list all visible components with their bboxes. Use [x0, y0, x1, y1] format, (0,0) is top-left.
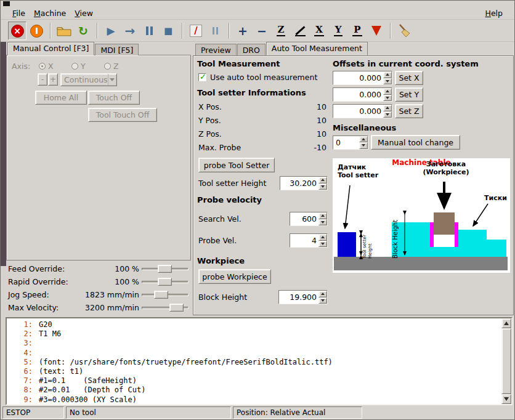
touch-off-button[interactable]: Touch Off: [88, 91, 140, 105]
spin-down-button[interactable]: [318, 241, 327, 248]
tool-number-spinbox[interactable]: 0: [333, 135, 368, 150]
scroll-down-button[interactable]: [501, 394, 511, 404]
probe-workpiece-button[interactable]: probe Workpiece: [198, 269, 271, 284]
open-file-button[interactable]: [55, 22, 73, 40]
rapid-override-slider[interactable]: [142, 277, 189, 287]
probe-tool-setter-button[interactable]: probe Tool Setter: [198, 158, 275, 172]
radio-icon: [39, 63, 46, 70]
zoom-out-button[interactable]: −: [253, 22, 271, 40]
menu-file[interactable]: File: [8, 7, 30, 19]
gcode-line[interactable]: 1:G20: [10, 320, 499, 329]
spin-down-button[interactable]: [359, 142, 368, 149]
manual-tool-change-button[interactable]: Manual tool change: [371, 135, 460, 150]
tab-mdi[interactable]: MDI [F5]: [95, 44, 139, 55]
jog-plus-button[interactable]: +: [48, 73, 58, 86]
optional-pause-button[interactable]: [206, 22, 224, 40]
search-vel-spinbox[interactable]: 600: [290, 212, 328, 226]
axis-radio-x[interactable]: X: [39, 62, 54, 71]
tab-auto-tool-measurement[interactable]: Auto Tool Measurement: [266, 42, 368, 55]
spin-up-button[interactable]: [318, 212, 327, 219]
menubar: File Machine View Help: [1, 7, 514, 20]
spin-up-button[interactable]: [383, 88, 392, 95]
scroll-up-button[interactable]: [501, 318, 511, 328]
spin-down-button[interactable]: [383, 78, 392, 85]
gcode-line[interactable]: 7:#1=0.1 (SafeHeight): [10, 376, 499, 386]
spin-down-button[interactable]: [383, 95, 392, 102]
menu-view[interactable]: View: [70, 7, 97, 19]
stop-button[interactable]: ■: [159, 22, 177, 40]
rotate-mode-button[interactable]: [367, 22, 386, 40]
spin-up-button[interactable]: [383, 105, 392, 111]
reload-file-button[interactable]: ↻: [74, 22, 92, 40]
toolbar: × ↻ ▶ → ■ /: [1, 20, 514, 42]
gcode-line[interactable]: 3:: [10, 339, 499, 348]
spin-down-button[interactable]: [383, 111, 392, 118]
jog-speed-slider[interactable]: [142, 289, 189, 300]
perspective-view-button[interactable]: P: [348, 22, 367, 40]
parallel-left: [430, 222, 434, 247]
toolbar-separator: [229, 23, 230, 39]
menu-machine[interactable]: Machine: [30, 7, 70, 19]
slider-handle[interactable]: [158, 265, 172, 273]
spin-up-button[interactable]: [383, 71, 392, 78]
gcode-line[interactable]: 2:T1 M6: [10, 329, 499, 339]
clear-plot-button[interactable]: [395, 22, 413, 40]
feed-override-slider[interactable]: [142, 264, 189, 274]
front-view-button[interactable]: Y: [329, 22, 347, 40]
tab-manual-control[interactable]: Manual Control [F3]: [7, 42, 94, 55]
offset-x-spinbox[interactable]: 0.000: [333, 71, 392, 85]
gcode-line[interactable]: 9:#3=0.000300 (XY Scale): [10, 395, 499, 403]
spin-up-button[interactable]: [318, 234, 327, 241]
home-all-button[interactable]: Home All: [35, 91, 87, 105]
spin-down-button[interactable]: [318, 184, 327, 190]
top-view-button[interactable]: Z: [272, 22, 290, 40]
rotated-top-view-button[interactable]: [291, 22, 309, 40]
gcode-line[interactable]: 6:(text: t1): [10, 367, 499, 376]
zoom-in-button[interactable]: +: [233, 22, 252, 40]
spin-down-button[interactable]: [318, 297, 327, 304]
tab-dro[interactable]: DRO: [237, 44, 266, 55]
jog-mode-select[interactable]: Continuous: [60, 73, 117, 86]
scroll-thumb[interactable]: [501, 328, 511, 394]
set-y-button[interactable]: Set Y: [395, 87, 423, 102]
gcode-scrollbar[interactable]: [501, 318, 511, 404]
slider-handle[interactable]: [158, 278, 172, 286]
side-view-button[interactable]: X: [310, 22, 328, 40]
estop-button[interactable]: ×: [8, 22, 26, 40]
spin-up-button[interactable]: [318, 177, 327, 184]
tool-touch-off-button[interactable]: Tool Touch Off: [88, 108, 157, 122]
gcode-line[interactable]: 4:: [10, 349, 499, 358]
axis-radio-z[interactable]: Z: [104, 62, 119, 71]
spin-up-button[interactable]: [318, 291, 327, 297]
miscellaneous-title: Miscellaneous: [333, 123, 511, 132]
gcode-line[interactable]: 8:#2=0.01 (Depth of Cut): [10, 386, 499, 395]
max-velocity-slider[interactable]: [142, 302, 189, 313]
set-z-button[interactable]: Set Z: [395, 104, 423, 118]
slider-handle[interactable]: [154, 291, 168, 299]
offset-y-spinbox[interactable]: 0.000: [333, 87, 392, 102]
vise-right-step: [487, 240, 506, 257]
run-button[interactable]: ▶: [102, 22, 120, 40]
tool-setter-height-spinbox[interactable]: 30.200: [280, 176, 328, 190]
machine-power-button[interactable]: [27, 22, 46, 40]
menu-help[interactable]: Help: [481, 7, 507, 19]
slider-handle[interactable]: [169, 304, 184, 312]
window-edge-strip: [1, 42, 6, 266]
offset-z-spinbox[interactable]: 0.000: [333, 104, 392, 118]
set-x-button[interactable]: Set X: [395, 71, 423, 85]
rapid-override-row: Rapid Override: 100 %: [6, 275, 191, 288]
axis-label: Axis:: [12, 62, 30, 71]
jog-minus-button[interactable]: -: [38, 73, 47, 86]
gcode-listing[interactable]: 1:G20 2:T1 M6 3: 4: 5:(font: /usr/share/…: [6, 317, 513, 405]
skip-lines-button[interactable]: /: [187, 22, 205, 40]
spin-down-button[interactable]: [318, 219, 327, 226]
block-height-spinbox[interactable]: 19.900: [278, 290, 328, 304]
gcode-line[interactable]: 5:(font: /usr/share/fonts/truetype/freef…: [10, 358, 499, 367]
auto-tool-measurement-checkbox[interactable]: ✓: [198, 73, 206, 81]
step-button[interactable]: →: [121, 22, 139, 40]
axis-radio-y[interactable]: Y: [71, 62, 86, 71]
tab-preview[interactable]: Preview: [195, 44, 237, 55]
pause-button[interactable]: [140, 22, 158, 40]
spin-up-button[interactable]: [359, 136, 368, 143]
probe-vel-spinbox[interactable]: 4: [290, 233, 328, 248]
